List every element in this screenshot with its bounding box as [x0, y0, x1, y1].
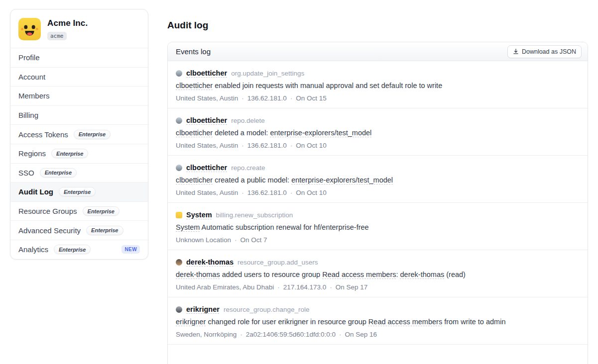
event-header-line: clboetticher repo.create	[176, 164, 580, 172]
event-link[interactable]: System	[176, 223, 200, 231]
event-link[interactable]: enterprise-explorers/test_model	[291, 176, 393, 184]
enterprise-badge: Enterprise	[40, 168, 77, 178]
events-log-title: Events log	[176, 47, 211, 56]
event-ip: 217.164.173.0	[283, 283, 326, 291]
actor-username[interactable]: erikrigner	[186, 305, 220, 313]
event-link[interactable]: derek-thomas	[176, 271, 220, 278]
event-description: erikrigner changed role for user erikrig…	[176, 317, 580, 327]
dot-separator: ·	[241, 94, 244, 102]
event-action-type: repo.delete	[231, 117, 265, 124]
sidebar-item-label: Regions	[18, 149, 46, 158]
sidebar-item-sso[interactable]: SSO Enterprise	[10, 163, 148, 182]
event-date: On Sep 16	[345, 331, 377, 338]
event-action-type: org.update_join_settings	[231, 70, 304, 77]
actor-username[interactable]: clboetticher	[186, 164, 227, 172]
actor-username[interactable]: clboetticher	[186, 69, 227, 77]
event-action-type: billing.renew_subscription	[216, 211, 293, 219]
sidebar-item-account[interactable]: Account	[10, 67, 148, 87]
sidebar-item-advanced-security[interactable]: Advanced Security Enterprise	[10, 220, 148, 240]
event-description: derek-thomas added users to resource gro…	[176, 270, 580, 279]
dot-separator: ·	[235, 236, 237, 244]
event-link[interactable]: clboetticher	[176, 176, 213, 184]
sidebar-item-label: SSO	[18, 169, 34, 177]
dot-separator: ·	[241, 189, 244, 196]
dot-separator: ·	[240, 331, 242, 338]
event-text: Automatic subscription renewal for hf/en…	[200, 223, 368, 231]
sidebar-item-audit-log[interactable]: Audit Log Enterprise	[10, 182, 148, 201]
enterprise-badge: Enterprise	[59, 187, 96, 196]
org-handle-badge: acme	[47, 32, 67, 40]
page-title: Audit log	[167, 20, 588, 31]
dot-separator: ·	[277, 283, 280, 291]
actor-username[interactable]: System	[186, 211, 212, 219]
sidebar-nav: Profile Account Members Billing Access T…	[10, 48, 148, 259]
event-link[interactable]: erikrigner	[176, 318, 206, 326]
actor-avatar[interactable]	[176, 70, 182, 77]
event-text: enabled join requests with manual approv…	[213, 82, 442, 90]
event-link[interactable]: enterprise-explorers/test_model	[270, 129, 371, 137]
actor-avatar[interactable]	[176, 306, 182, 313]
event-header-line: System billing.renew_subscription	[176, 211, 580, 219]
actor-username[interactable]: derek-thomas	[186, 258, 234, 266]
sidebar-item-label: Members	[18, 91, 50, 100]
sidebar-item-profile[interactable]: Profile	[10, 48, 148, 67]
org-header: Acme Inc. acme	[10, 9, 148, 48]
sidebar-item-access-tokens[interactable]: Access Tokens Enterprise	[10, 124, 148, 144]
actor-avatar[interactable]	[176, 259, 182, 266]
event-link[interactable]: clboetticher	[176, 82, 213, 90]
event-link[interactable]: derek-thomas	[400, 271, 445, 278]
event-text: :	[396, 271, 400, 278]
dot-separator: ·	[290, 94, 293, 102]
event-location: United States, Austin	[176, 94, 238, 102]
event-link[interactable]: Read access members	[368, 318, 442, 326]
sidebar-item-resource-groups[interactable]: Resource Groups Enterprise	[10, 201, 148, 221]
dot-separator: ·	[290, 189, 293, 196]
enterprise-badge: Enterprise	[86, 226, 123, 235]
event-location: Sweden, Norrköping	[176, 331, 237, 338]
event-description: System Automatic subscription renewal fo…	[176, 223, 580, 232]
actor-avatar[interactable]	[176, 165, 182, 171]
new-badge: NEW	[121, 245, 140, 254]
enterprise-badge: Enterprise	[83, 206, 120, 216]
org-avatar[interactable]	[18, 18, 41, 40]
event-description: clboetticher deleted a model: enterprise…	[176, 128, 580, 138]
download-json-label: Download as JSON	[522, 48, 576, 55]
enterprise-badge: Enterprise	[51, 149, 88, 158]
actor-avatar[interactable]	[176, 212, 182, 218]
audit-event-row: System billing.renew_subscription System…	[168, 203, 588, 250]
sidebar-item-regions[interactable]: Regions Enterprise	[10, 144, 148, 163]
actor-username[interactable]: clboetticher	[186, 116, 227, 124]
event-date: On Oct 15	[296, 94, 327, 102]
event-location: United States, Austin	[176, 142, 238, 149]
event-description: clboetticher enabled join requests with …	[176, 81, 580, 91]
event-ip: 136.62.181.0	[247, 94, 287, 102]
sidebar-item-label: Profile	[18, 53, 40, 62]
dot-separator: ·	[241, 142, 244, 149]
event-ip: 136.62.181.0	[247, 142, 287, 149]
sidebar-item-label: Resource Groups	[18, 207, 77, 215]
sidebar-item-members[interactable]: Members	[10, 86, 148, 105]
event-link[interactable]: clboetticher	[176, 129, 213, 137]
dot-separator: ·	[339, 331, 342, 338]
event-header-line: derek-thomas resource_group.add_users	[176, 258, 580, 266]
event-link[interactable]: Read access members	[322, 271, 396, 278]
event-text: created a public model:	[213, 176, 291, 184]
event-meta: United States, Austin·136.62.181.0·On Oc…	[176, 94, 580, 102]
sidebar-item-analytics[interactable]: Analytics EnterpriseNEW	[10, 240, 148, 259]
event-action-type: resource_group.change_role	[224, 306, 310, 313]
app-root: Acme Inc. acme Profile Account Members B…	[0, 0, 598, 364]
event-text: deleted a model:	[213, 129, 270, 137]
sidebar-item-billing[interactable]: Billing	[10, 105, 148, 125]
event-header-line: clboetticher repo.delete	[176, 116, 580, 124]
download-icon	[513, 48, 519, 55]
event-meta: Sweden, Norrköping·2a02:1406:59:5d60:1df…	[176, 331, 580, 338]
actor-avatar[interactable]	[176, 117, 182, 124]
download-json-button[interactable]: Download as JSON	[507, 45, 582, 58]
dot-separator: ·	[290, 142, 293, 149]
sidebar-item-label: Billing	[18, 111, 38, 119]
event-text: from write to admin	[442, 318, 505, 326]
event-ip: 136.62.181.0	[247, 189, 287, 196]
audit-event-row: clboetticher repo.create clboetticher cr…	[168, 156, 588, 203]
event-location: Unknown Location	[176, 236, 231, 244]
audit-event-row: erikrigner resource_group.change_role er…	[168, 297, 588, 345]
